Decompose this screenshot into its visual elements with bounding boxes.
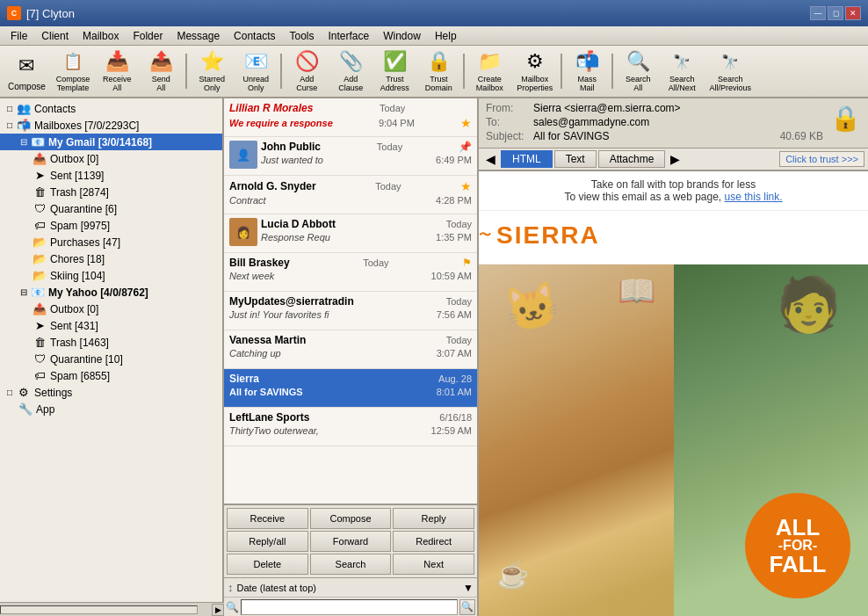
send-all-button[interactable]: 📤 SendAll (140, 47, 182, 95)
menu-contacts[interactable]: Contacts (227, 28, 282, 44)
left-scroll-right[interactable]: ▶ (212, 604, 224, 616)
menu-help[interactable]: Help (428, 28, 464, 44)
add-curse-icon: 🚫 (293, 50, 321, 73)
email-preview: All for SAVINGS (229, 387, 303, 397)
redirect-button[interactable]: Redirect (393, 531, 474, 552)
email-item[interactable]: Arnold G. Snyder Today ★ Contract 4:28 P… (224, 176, 477, 214)
email-sender: LeftLane Sports (229, 411, 309, 424)
add-curse-button[interactable]: 🚫 AddCurse (286, 47, 328, 95)
email-preview: Contract (229, 195, 266, 206)
left-scroll-thumb[interactable] (0, 605, 198, 614)
sidebar-gmail-outbox-label: Outbox [0] (50, 153, 98, 165)
compose-action-button[interactable]: Compose (310, 508, 392, 529)
reply-button[interactable]: Reply (393, 508, 474, 529)
sidebar-item-gmail-spam[interactable]: 🏷 Spam [9975] (0, 217, 222, 234)
sidebar-item-gmail-trash[interactable]: 🗑 Trash [2874] (0, 184, 222, 200)
sort-dropdown-icon[interactable]: ▼ (463, 582, 474, 594)
left-panel-scrollbar[interactable]: ▶ (0, 602, 224, 616)
toolbar-sep5 (611, 54, 613, 89)
menu-file[interactable]: File (4, 28, 34, 44)
compose-label: Compose (8, 82, 46, 91)
search-all-next-button[interactable]: 🔭 SearchAll/Next (661, 47, 703, 95)
tab-text[interactable]: Text (554, 150, 597, 168)
receive-button[interactable]: Receive (227, 508, 308, 529)
email-date: Today (446, 219, 472, 229)
sidebar-item-yahoo-trash[interactable]: 🗑 Trash [1463] (0, 334, 222, 351)
sierra-logo-text: SIERRA (496, 221, 600, 250)
gmail-chores-icon: 📂 (32, 252, 47, 265)
mass-mail-icon: 📬 (573, 50, 601, 73)
forward-button[interactable]: Forward (310, 531, 392, 552)
email-item[interactable]: 👩 Lucia D Abbott Today Response Requ 1:3… (224, 214, 477, 253)
trust-link[interactable]: Click to trust >>> (779, 151, 864, 167)
sidebar-item-mailboxes[interactable]: □ 📬 Mailboxes [7/0/2293C] (0, 117, 222, 134)
menu-mailbox[interactable]: Mailbox (76, 28, 126, 44)
compose-template-button[interactable]: 📋 ComposeTemplate (52, 47, 95, 95)
unread-only-button[interactable]: 📧 UnreadOnly (235, 47, 277, 95)
menu-folder[interactable]: Folder (126, 28, 170, 44)
email-sender: Bill Braskey (229, 257, 290, 269)
search-go-button[interactable]: 🔍 (459, 599, 475, 615)
reply-all-button[interactable]: Reply/all (227, 531, 308, 552)
left-image: 🐱 📖 ☕ (479, 265, 674, 616)
badge-line1: ALL (776, 516, 821, 539)
sidebar-item-my-gmail[interactable]: ⊟ 📧 My Gmail [3/0/14168] (0, 134, 222, 150)
sidebar-item-yahoo-spam[interactable]: 🏷 Spam [6855] (0, 367, 222, 384)
email-content: Take on fall with top brands for less To… (479, 171, 868, 616)
restore-button[interactable]: ◻ (828, 6, 843, 20)
mid-panel: Lillian R Morales Today We require a res… (224, 98, 479, 616)
search-all-button[interactable]: 🔍 SearchAll (617, 47, 659, 95)
sidebar-item-yahoo-sent[interactable]: ➤ Sent [431] (0, 317, 222, 334)
sidebar-item-gmail-sent[interactable]: ➤ Sent [1139] (0, 167, 222, 184)
trust-domain-button[interactable]: 🔒 TrustDomain (417, 47, 459, 95)
sidebar-item-settings[interactable]: □ ⚙ Settings (0, 384, 222, 401)
sidebar-item-gmail-purchases[interactable]: 📂 Purchases [47] (0, 234, 222, 250)
tab-html[interactable]: HTML (501, 150, 553, 168)
contacts-icon: 👥 (16, 102, 32, 115)
email-date: Today (380, 103, 405, 113)
mass-mail-button[interactable]: 📬 MassMail (566, 47, 608, 95)
sierra-link[interactable]: use this link. (725, 191, 783, 203)
tab-nav-left[interactable]: ◀ (482, 152, 499, 166)
delete-button[interactable]: Delete (227, 554, 308, 575)
receive-all-button[interactable]: 📥 ReceiveAll (96, 47, 138, 95)
email-item[interactable]: 👤 John Public Today 📌 Just wanted to 6:4… (224, 137, 477, 176)
email-item[interactable]: LeftLane Sports 6/16/18 ThirtyTwo outerw… (224, 408, 477, 446)
search-button[interactable]: Search (310, 554, 392, 575)
to-label: To: (486, 116, 530, 128)
sidebar-item-contacts[interactable]: □ 👥 Contacts (0, 100, 222, 117)
sidebar-item-gmail-skiing[interactable]: 📂 Skiing [104] (0, 267, 222, 284)
sidebar-item-gmail-outbox[interactable]: 📤 Outbox [0] (0, 150, 222, 167)
tab-nav-right[interactable]: ▶ (667, 152, 684, 166)
sidebar-item-gmail-chores[interactable]: 📂 Chores [18] (0, 250, 222, 267)
sidebar-item-gmail-quarantine[interactable]: 🛡 Quarantine [6] (0, 200, 222, 217)
mailbox-properties-button[interactable]: ⚙ MailboxProperties (512, 47, 557, 95)
starred-only-button[interactable]: ⭐ StarredOnly (191, 47, 233, 95)
email-item[interactable]: Lillian R Morales Today We require a res… (224, 98, 477, 137)
compose-icon: ✉ (12, 52, 40, 80)
compose-button[interactable]: ✉ Compose (4, 47, 50, 95)
trust-address-button[interactable]: ✅ TrustAddress (373, 47, 416, 95)
menu-message[interactable]: Message (170, 28, 227, 44)
next-button[interactable]: Next (393, 554, 474, 575)
add-clause-button[interactable]: 📎 AddClause (329, 47, 372, 95)
tab-attachments[interactable]: Attachme (598, 150, 666, 168)
create-mailbox-button[interactable]: 📁 CreateMailbox (468, 47, 510, 95)
email-item[interactable]: MyUpdates@sierratradin Today Just in! Yo… (224, 292, 477, 330)
sidebar-item-my-yahoo[interactable]: ⊟ 📧 My Yahoo [4/0/8762] (0, 284, 222, 301)
close-button[interactable]: ✕ (845, 6, 861, 20)
sidebar-item-app[interactable]: 🔧 App (0, 401, 222, 417)
minimize-button[interactable]: — (810, 6, 826, 20)
search-all-prev-label: SearchAll/Previous (709, 75, 751, 92)
email-item[interactable]: Vanessa Martin Today Catching up 3:07 AM (224, 330, 477, 369)
menu-client[interactable]: Client (34, 28, 76, 44)
sidebar-item-yahoo-outbox[interactable]: 📤 Outbox [0] (0, 301, 222, 317)
menu-window[interactable]: Window (376, 28, 428, 44)
menu-tools[interactable]: Tools (282, 28, 321, 44)
sidebar-item-yahoo-quarantine[interactable]: 🛡 Quarantine [10] (0, 351, 222, 367)
email-item[interactable]: Sierra Aug. 28 All for SAVINGS 8:01 AM (224, 369, 477, 408)
search-all-prev-button[interactable]: 🔭 SearchAll/Previous (705, 47, 756, 95)
search-input[interactable] (241, 599, 458, 615)
menu-interface[interactable]: Interface (321, 28, 376, 44)
email-item[interactable]: Bill Braskey Today ⚑ Next week 10:59 AM (224, 253, 477, 292)
